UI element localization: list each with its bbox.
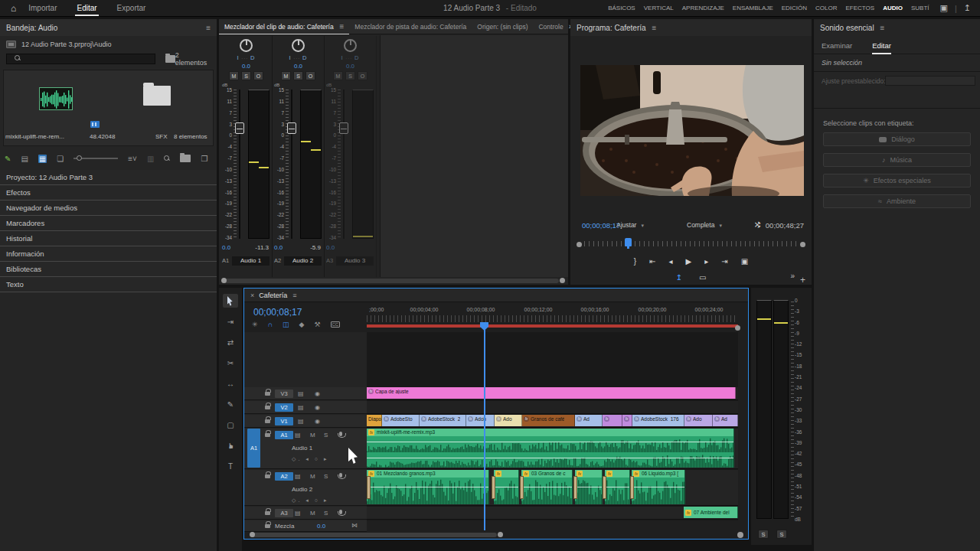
volume-line[interactable]: [494, 487, 518, 487]
track-lane-A1[interactable]: fxmixkit-uplift-me-remix.mp3: [367, 429, 738, 469]
program-scrubber[interactable]: [577, 238, 805, 250]
track-target-V1[interactable]: V1: [275, 417, 293, 425]
new-item-icon[interactable]: ❐: [201, 155, 207, 163]
tag-button-efectos-especiales[interactable]: ✳Efectos especiales: [823, 174, 971, 187]
mic-icon[interactable]: [339, 473, 342, 478]
menu-editar[interactable]: Editar: [75, 2, 98, 15]
mic-icon[interactable]: [339, 432, 342, 436]
panel-menu-icon[interactable]: ≡: [292, 292, 296, 299]
track-lane-A2[interactable]: fx01 Mezclando granos.mp3fxfx03 Granos d…: [367, 470, 738, 506]
sort-icon[interactable]: ≡˅: [128, 155, 137, 163]
lock-icon[interactable]: [265, 419, 270, 423]
track-name[interactable]: Audio 1: [292, 445, 312, 452]
solo-button[interactable]: S: [776, 530, 787, 539]
home-icon[interactable]: ⌂: [11, 3, 16, 14]
workspace-aprendizaje[interactable]: APRENDIZAJE: [682, 5, 724, 11]
step-back-button[interactable]: ◂: [669, 256, 673, 267]
video-clip[interactable]: fxAdobeSto: [382, 415, 420, 426]
fader-handle[interactable]: [339, 122, 348, 134]
track-target-A1[interactable]: A1: [275, 431, 293, 439]
search-icon[interactable]: [164, 155, 170, 161]
panel-tab[interactable]: Bibliotecas: [0, 262, 217, 277]
channel-name[interactable]: Audio 3: [336, 256, 374, 266]
scroll-knob[interactable]: [498, 532, 503, 537]
track-header-A2[interactable]: A2▤MSAudio 2◇. ◂ ○ ▸: [244, 470, 367, 506]
crossfade-transition[interactable]: [520, 476, 524, 499]
preset-dropdown[interactable]: [885, 76, 975, 86]
workspace-audio[interactable]: AUDIO: [883, 5, 903, 11]
fader-handle[interactable]: [235, 122, 244, 134]
lock-icon[interactable]: [265, 392, 270, 396]
zoom-handle-left[interactable]: [577, 242, 582, 247]
freeform-view-icon[interactable]: ❏: [57, 155, 64, 163]
track-target-V3[interactable]: V3: [275, 390, 293, 398]
quick-export-button[interactable]: ↥: [676, 272, 682, 283]
track-lane-MIX[interactable]: [367, 520, 738, 531]
audio-clip[interactable]: fx03 Granos de c: [521, 470, 573, 504]
mute-button[interactable]: M: [310, 473, 315, 480]
workspace-efectos[interactable]: EFECTOS: [846, 5, 875, 11]
lock-icon[interactable]: [265, 433, 270, 437]
menu-importar[interactable]: Importar: [27, 2, 58, 15]
zoom-handle-right[interactable]: [800, 242, 805, 247]
workspace-ensamblaje[interactable]: ENSAMBLAJE: [733, 5, 773, 11]
video-clip[interactable]: Diapo: [367, 415, 382, 426]
es-tab-examinar[interactable]: Examinar: [822, 37, 852, 54]
volume-line[interactable]: [521, 487, 572, 487]
video-clip[interactable]: fxAdo: [684, 415, 713, 426]
mixer-tab[interactable]: Origen: (sin clips): [472, 19, 533, 34]
program-playhead[interactable]: [625, 238, 632, 246]
panel-menu-icon[interactable]: ≡: [206, 24, 211, 32]
scroll-knob[interactable]: [250, 532, 255, 537]
play-button[interactable]: ▶: [686, 256, 692, 267]
sync-lock-icon[interactable]: ▤: [298, 404, 304, 411]
search-input[interactable]: [6, 54, 155, 64]
add-marker-button[interactable]: }: [634, 256, 636, 267]
panel-tab[interactable]: Proyecto: 12 Audio Parte 3: [0, 170, 217, 185]
sync-lock-icon[interactable]: ▤: [295, 432, 301, 439]
share-icon[interactable]: ↥: [964, 3, 971, 13]
mute-button[interactable]: M: [310, 432, 315, 439]
fader-handle[interactable]: [287, 122, 296, 134]
tag-button-ambiente[interactable]: ≈Ambiente: [823, 194, 971, 208]
sync-lock-icon[interactable]: ▤: [298, 418, 304, 425]
add-button-icon[interactable]: +: [800, 275, 805, 285]
folder-up-icon[interactable]: [165, 55, 175, 63]
eye-icon[interactable]: ◉: [315, 404, 320, 411]
more-buttons-icon[interactable]: »: [790, 272, 795, 280]
bowtie-icon[interactable]: ⋈: [351, 522, 358, 529]
solo-button[interactable]: S: [324, 473, 328, 480]
rectangle-tool[interactable]: ▢: [223, 418, 238, 432]
video-clip[interactable]: fxAdobeStock_176: [632, 415, 684, 426]
settings-wrench-icon[interactable]: ⚒: [753, 221, 762, 228]
menu-exportar[interactable]: Exportar: [116, 2, 148, 15]
source-patch-A1[interactable]: A1: [247, 429, 260, 468]
timeline-settings-icon[interactable]: ⚒: [314, 321, 320, 328]
button-editor-button[interactable]: ▭: [699, 272, 706, 283]
timeline-timecode[interactable]: 00;00;08;17: [253, 307, 302, 318]
panel-menu-icon[interactable]: ≡: [652, 24, 657, 32]
type-tool[interactable]: T: [223, 459, 238, 473]
track-name[interactable]: Audio 2: [292, 486, 312, 493]
keyframe-controls[interactable]: ◇. ◂ ○ ▸: [292, 497, 328, 504]
lock-icon[interactable]: [265, 406, 270, 409]
audio-clip[interactable]: fx: [575, 470, 603, 504]
pan-knob[interactable]: [344, 39, 357, 52]
audio-clip[interactable]: fx06 Liquido.mp3 [: [632, 470, 685, 504]
video-clip[interactable]: fx: [622, 415, 632, 426]
workspace-edición[interactable]: EDICIÓN: [782, 5, 807, 11]
new-bin-icon[interactable]: [180, 155, 191, 162]
channel-name[interactable]: Audio 2: [284, 256, 322, 266]
m-button[interactable]: M: [229, 71, 239, 80]
timeline-ruler[interactable]: ;00;0000;00;04;0000;00;08;0000;00;12;000…: [367, 305, 738, 332]
workspace-vertical[interactable]: VERTICAL: [644, 5, 674, 11]
sync-lock-icon[interactable]: ▤: [295, 473, 301, 480]
slip-tool[interactable]: ↔: [223, 377, 238, 390]
pan-knob[interactable]: [292, 39, 305, 52]
solo-button[interactable]: S: [324, 510, 328, 517]
selection-tool[interactable]: [223, 294, 238, 308]
m-button[interactable]: M: [333, 71, 343, 80]
ripple-edit-tool[interactable]: ⇄: [223, 335, 238, 349]
panel-tab[interactable]: Efectos: [0, 185, 217, 201]
nest-icon[interactable]: ✳: [252, 321, 258, 328]
